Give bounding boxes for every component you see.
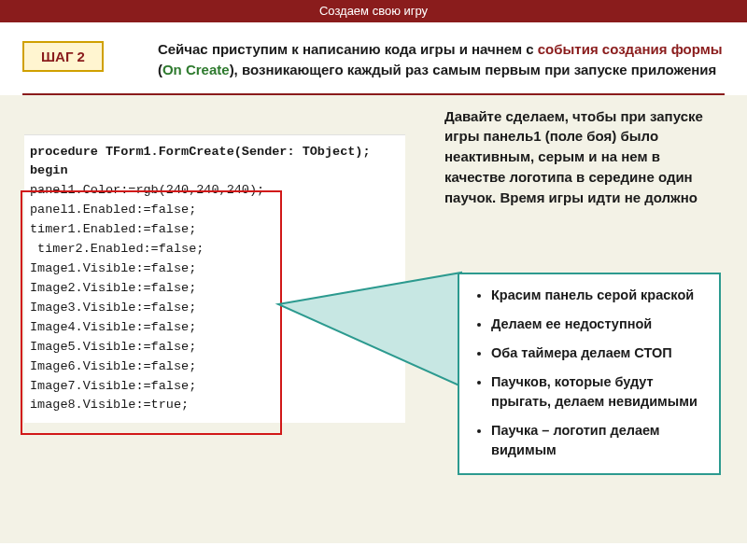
slide-content: ШАГ 2 Сейчас приступим к написанию кода … <box>0 22 747 95</box>
explanation-text: Давайте сделаем, чтобы при запуске игры … <box>444 106 710 208</box>
callout-item: Паучка – логотип делаем видимым <box>491 421 712 460</box>
intro-part1: Сейчас приступим к написанию кода игры и… <box>158 41 538 57</box>
step-label: ШАГ 2 <box>41 49 85 64</box>
code-line: Image3.Visible:=false; <box>30 299 405 318</box>
code-line: Image4.Visible:=false; <box>30 318 405 338</box>
code-line: Image1.Visible:=false; <box>30 259 405 279</box>
slide-header: Создаем свою игру <box>0 0 747 22</box>
intro-part5: ), возникающего каждый раз самым первым … <box>230 62 717 77</box>
callout-item: Делаем ее недоступной <box>491 315 712 334</box>
callout-item: Паучков, которые будут прыгать, делаем н… <box>491 372 712 412</box>
code-line: Image6.Visible:=false; <box>30 357 405 377</box>
callout-box: Красим панель серой краской Делаем ее не… <box>458 273 721 475</box>
step-badge: ШАГ 2 <box>22 41 104 72</box>
intro-text: Сейчас приступим к написанию кода игры и… <box>158 39 725 80</box>
code-line: panel1.Color:=rgb(240,240,240); <box>30 181 405 201</box>
code-line: Image7.Visible:=false; <box>30 377 405 397</box>
intro-part4: On Create <box>162 62 230 77</box>
code-line: timer1.Enabled:=false; <box>30 220 405 240</box>
code-pane: procedure TForm1.FormCreate(Sender: TObj… <box>24 134 405 424</box>
code-line: procedure TForm1.FormCreate(Sender: TObj… <box>30 143 405 162</box>
intro-row: ШАГ 2 Сейчас приступим к написанию кода … <box>22 39 725 80</box>
callout-list: Красим панель серой краской Делаем ее не… <box>465 286 712 460</box>
code-line: panel1.Enabled:=false; <box>30 201 405 220</box>
code-line: Image2.Visible:=false; <box>30 279 405 299</box>
slide-title: Создаем свою игру <box>319 4 428 18</box>
code-line: Image5.Visible:=false; <box>30 338 405 357</box>
intro-part2: события создания формы <box>538 41 723 57</box>
callout-item: Оба таймера делаем СТОП <box>491 343 712 363</box>
code-line: timer2.Enabled:=false; <box>30 240 405 259</box>
callout-item: Красим панель серой краской <box>491 286 712 305</box>
lower-pane: procedure TForm1.FormCreate(Sender: TObj… <box>0 95 747 543</box>
code-line: begin <box>30 161 405 181</box>
code-line: image8.Visible:=true; <box>30 396 405 415</box>
